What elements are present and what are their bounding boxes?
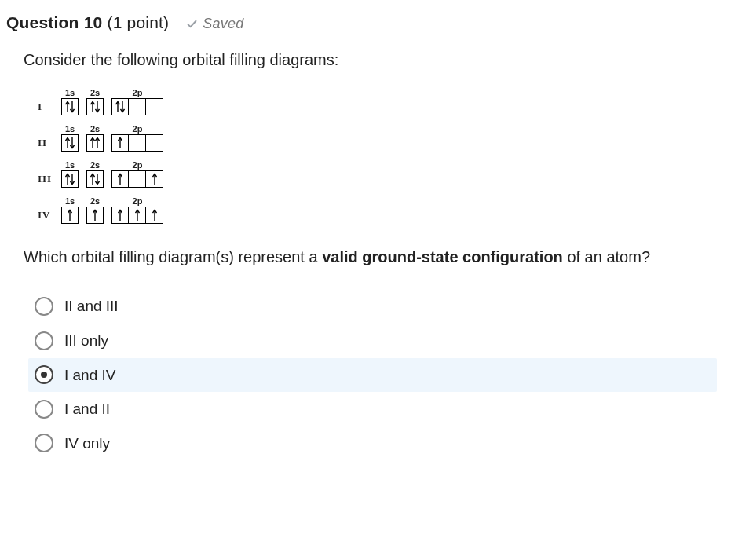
answer-option[interactable]: III only <box>28 324 717 358</box>
orbital-box <box>61 170 79 188</box>
orbital-box <box>111 207 129 224</box>
electron-arrow-up <box>152 209 157 221</box>
diagram-row-label: III <box>38 172 61 188</box>
question-points: (1 point) <box>107 13 169 31</box>
answer-option[interactable]: I and IV <box>28 358 717 393</box>
orbital-label: 1s <box>65 123 75 133</box>
radio-button[interactable] <box>35 297 53 316</box>
answer-options: II and IIIIII onlyI and IVI and IIIV onl… <box>28 289 717 460</box>
electron-arrow-up <box>118 209 122 221</box>
orbital-box <box>86 98 104 115</box>
question-number: Question 10 <box>6 13 102 31</box>
radio-button[interactable] <box>35 434 53 452</box>
question-prompt: Consider the following orbital filling d… <box>24 49 717 71</box>
answer-option-label: III only <box>64 330 108 352</box>
orbital-group-1s: 1s <box>61 123 79 152</box>
answer-option-label: I and II <box>64 398 110 420</box>
diagram-row: I1s2s2p <box>38 87 717 115</box>
diagram-row: II1s2s2p <box>38 123 717 152</box>
orbital-label: 2s <box>90 123 100 133</box>
orbital-group-2s: 2s <box>86 159 104 188</box>
answer-option[interactable]: I and II <box>28 392 717 426</box>
orbital-box <box>111 170 129 188</box>
orbital-box <box>146 207 163 224</box>
answer-option[interactable]: II and III <box>28 289 717 324</box>
radio-button[interactable] <box>35 400 53 419</box>
answer-option[interactable]: IV only <box>28 426 717 461</box>
orbital-diagrams: I1s2s2pII1s2s2pIII1s2s2pIV1s2s2p <box>38 87 717 224</box>
orbital-box <box>129 134 146 152</box>
orbital-group-2s: 2s <box>86 123 104 152</box>
orbital-group-1s: 1s <box>61 87 79 115</box>
electron-arrow-up <box>118 137 122 149</box>
orbital-box <box>86 207 104 224</box>
orbital-group-2s: 2s <box>86 87 104 115</box>
orbital-label: 2p <box>133 123 143 133</box>
question-text: Which orbital filling diagram(s) represe… <box>24 246 717 269</box>
electron-arrow-up <box>68 209 72 221</box>
orbital-group-2p: 2p <box>111 87 163 115</box>
orbital-label: 1s <box>65 159 75 169</box>
diagram-row-label: IV <box>38 208 61 225</box>
saved-label: Saved <box>203 13 243 34</box>
radio-dot-icon <box>41 372 47 378</box>
electron-arrow-down <box>95 101 100 113</box>
saved-indicator: Saved <box>186 13 243 34</box>
electron-arrow-down <box>70 137 75 149</box>
answer-option-label: IV only <box>64 433 110 455</box>
electron-arrow-up <box>93 209 97 221</box>
orbital-group-1s: 1s <box>61 196 79 224</box>
orbital-label: 1s <box>65 196 75 205</box>
orbital-label: 2p <box>133 87 143 97</box>
orbital-box <box>146 170 163 188</box>
orbital-label: 2s <box>90 196 100 205</box>
question-text-bold: valid ground-state configuration <box>322 248 563 265</box>
orbital-group-2p: 2p <box>111 196 163 224</box>
check-icon <box>186 18 198 30</box>
diagram-row-label: II <box>38 136 61 152</box>
answer-option-label: II and III <box>64 295 119 317</box>
orbital-box <box>86 170 104 188</box>
orbital-box <box>129 98 146 115</box>
electron-arrow-up <box>118 173 122 185</box>
question-text-pre: Which orbital filling diagram(s) represe… <box>24 248 322 265</box>
orbital-group-2p: 2p <box>111 123 163 152</box>
orbital-box <box>86 134 104 152</box>
orbital-group-1s: 1s <box>61 159 79 188</box>
radio-button[interactable] <box>35 365 53 384</box>
orbital-label: 2s <box>90 87 100 97</box>
orbital-group-2p: 2p <box>111 159 163 188</box>
orbital-box <box>61 134 79 152</box>
orbital-label: 2s <box>90 159 100 169</box>
electron-arrow-up <box>135 209 140 221</box>
electron-arrow-down <box>120 101 125 113</box>
electron-arrow-up <box>95 137 100 149</box>
orbital-box <box>146 134 163 152</box>
diagram-row-label: I <box>38 100 61 116</box>
question-text-post: of an atom? <box>563 248 650 265</box>
orbital-box <box>129 170 146 188</box>
diagram-row: III1s2s2p <box>38 159 717 188</box>
orbital-box <box>111 134 129 152</box>
electron-arrow-down <box>70 101 75 113</box>
radio-button[interactable] <box>35 331 53 350</box>
answer-option-label: I and IV <box>64 364 116 386</box>
orbital-label: 2p <box>133 196 143 205</box>
electron-arrow-down <box>70 173 75 185</box>
orbital-label: 2p <box>133 159 143 169</box>
orbital-label: 1s <box>65 87 75 97</box>
orbital-group-2s: 2s <box>86 196 104 224</box>
electron-arrow-down <box>95 173 100 185</box>
orbital-box <box>61 207 79 224</box>
diagram-row: IV1s2s2p <box>38 196 717 224</box>
electron-arrow-up <box>152 173 157 185</box>
orbital-box <box>146 98 163 115</box>
orbital-box <box>61 98 79 115</box>
orbital-box <box>111 98 129 115</box>
question-header: Question 10 (1 point) Saved <box>6 11 717 35</box>
orbital-box <box>129 207 146 224</box>
